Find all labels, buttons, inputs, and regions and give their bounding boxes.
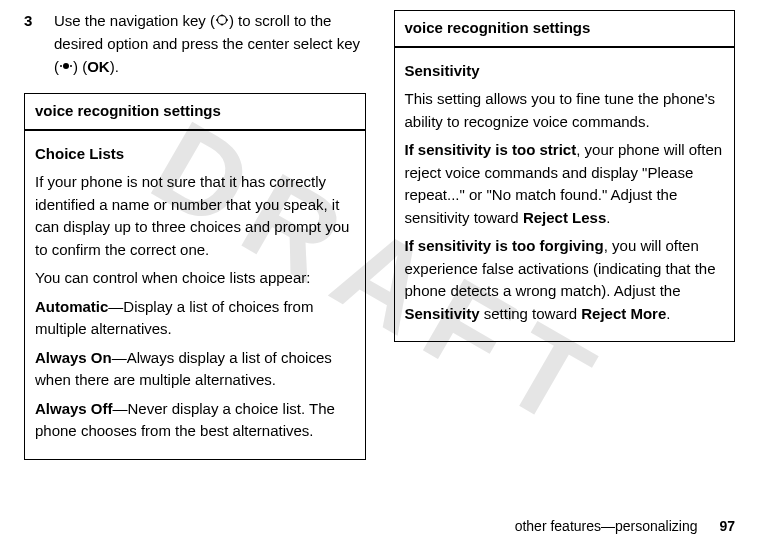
right-box-body: Sensitivity This setting allows you to f… xyxy=(395,48,735,342)
right-settings-box: voice recognition settings Sensitivity T… xyxy=(394,10,736,342)
step-text-part-c: ) ( xyxy=(73,58,87,75)
choice-lists-desc: If your phone is not sure that it has co… xyxy=(35,171,355,261)
ok-label: OK xyxy=(87,58,110,75)
option-always-off-label: Always Off xyxy=(35,400,113,417)
sensitivity-forgiving: If sensitivity is too forgiving, you wil… xyxy=(405,235,725,325)
sensitivity-label: Sensitivity xyxy=(405,305,480,322)
center-select-key-icon xyxy=(59,57,73,80)
sensitivity-heading: Sensitivity xyxy=(405,60,725,83)
option-always-on: Always On—Always display a list of choic… xyxy=(35,347,355,392)
svg-point-1 xyxy=(216,19,218,21)
left-box-body: Choice Lists If your phone is not sure t… xyxy=(25,131,365,459)
option-automatic: Automatic—Display a list of choices from… xyxy=(35,296,355,341)
svg-point-0 xyxy=(217,15,226,24)
step-text: Use the navigation key () to scroll to t… xyxy=(54,10,366,79)
choice-lists-heading: Choice Lists xyxy=(35,143,355,166)
footer-text: other features—personalizing xyxy=(515,518,698,534)
svg-point-6 xyxy=(60,65,62,67)
option-automatic-label: Automatic xyxy=(35,298,108,315)
page-number: 97 xyxy=(719,518,735,534)
forgiving-end: . xyxy=(666,305,670,322)
reject-less-label: Reject Less xyxy=(523,209,606,226)
svg-point-5 xyxy=(63,63,69,69)
left-box-header: voice recognition settings xyxy=(25,94,365,131)
strict-end: . xyxy=(606,209,610,226)
svg-point-7 xyxy=(70,65,72,67)
forgiving-label: If sensitivity is too forgiving xyxy=(405,237,604,254)
sensitivity-strict: If sensitivity is too strict, your phone… xyxy=(405,139,725,229)
sensitivity-desc: This setting allows you to fine tune the… xyxy=(405,88,725,133)
step-number: 3 xyxy=(24,10,36,79)
choice-lists-control: You can control when choice lists appear… xyxy=(35,267,355,290)
reject-more-label: Reject More xyxy=(581,305,666,322)
left-column: 3 Use the navigation key () to scroll to… xyxy=(24,10,366,460)
option-always-off: Always Off—Never display a choice list. … xyxy=(35,398,355,443)
left-settings-box: voice recognition settings Choice Lists … xyxy=(24,93,366,460)
navigation-key-icon xyxy=(215,11,229,34)
page-footer: other features—personalizing 97 xyxy=(515,516,735,537)
step-3: 3 Use the navigation key () to scroll to… xyxy=(24,10,366,79)
right-box-header: voice recognition settings xyxy=(395,11,735,48)
step-text-part-d: ). xyxy=(110,58,119,75)
right-column: voice recognition settings Sensitivity T… xyxy=(394,10,736,460)
strict-label: If sensitivity is too strict xyxy=(405,141,577,158)
forgiving-mid: setting toward xyxy=(480,305,582,322)
step-text-part-a: Use the navigation key ( xyxy=(54,12,215,29)
option-always-on-label: Always On xyxy=(35,349,112,366)
svg-point-2 xyxy=(226,19,228,21)
page-content: 3 Use the navigation key () to scroll to… xyxy=(0,0,759,460)
